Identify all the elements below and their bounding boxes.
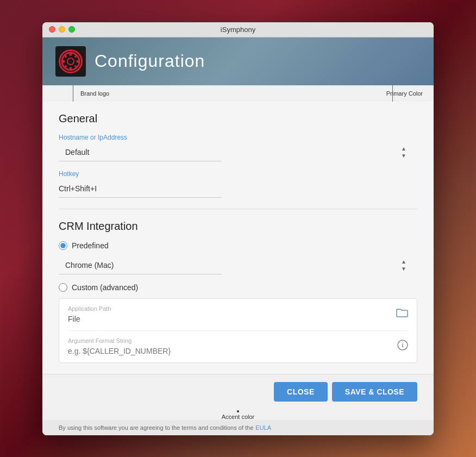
hotkey-input[interactable] — [59, 180, 222, 198]
arg-row: Argument Format String i — [68, 337, 408, 356]
note-text: By using this software you are agreeing … — [59, 424, 253, 431]
primary-color-label: Primary Color — [386, 90, 423, 97]
select-arrows: ▲ ▼ — [401, 146, 406, 159]
config-title: Configuration — [95, 51, 205, 71]
app-header: Configuration — [42, 37, 434, 85]
window-title: iSymphony — [221, 26, 255, 34]
eula-link[interactable]: EULA — [255, 424, 271, 431]
predefined-radio-row: Predefined — [59, 241, 417, 250]
accent-color-label: Accent color — [222, 414, 255, 420]
application-path-label: Application Path — [68, 305, 392, 312]
crm-section: CRM Integration Predefined Chrome (Mac) … — [59, 220, 417, 363]
footer-note: By using this software you are agreeing … — [42, 420, 434, 435]
custom-radio-row: Custom (advanced) — [59, 283, 417, 292]
browser-select[interactable]: Chrome (Mac) — [59, 256, 222, 274]
traffic-lights — [49, 26, 75, 33]
minimize-button[interactable] — [59, 26, 65, 33]
predefined-label: Predefined — [72, 241, 109, 250]
svg-point-2 — [70, 53, 72, 55]
hotkey-label: Hotkey — [59, 170, 417, 178]
predefined-radio[interactable] — [59, 241, 67, 250]
application-path-input[interactable] — [68, 315, 392, 323]
crm-section-title: CRM Integration — [59, 220, 417, 233]
brand-line — [73, 85, 73, 102]
path-field-wrap: Application Path — [68, 305, 392, 324]
svg-point-7 — [74, 65, 77, 67]
arg-field-wrap: Argument Format String — [68, 337, 393, 356]
info-icon[interactable]: i — [397, 340, 408, 353]
argument-input[interactable] — [68, 347, 393, 355]
svg-point-9 — [65, 65, 67, 67]
close-button[interactable] — [49, 26, 55, 33]
path-row: Application Path — [68, 305, 408, 331]
maximize-button[interactable] — [68, 26, 75, 33]
general-section-title: General — [59, 112, 417, 125]
save-close-button[interactable]: SAVE & CLOSE — [332, 382, 417, 402]
svg-point-8 — [74, 55, 77, 58]
footer-wrapper: CLOSE SAVE & CLOSE Accent color — [42, 374, 434, 420]
hostname-select[interactable]: Default — [59, 143, 222, 161]
section-divider — [59, 209, 417, 209]
footer: CLOSE SAVE & CLOSE — [42, 374, 434, 409]
hostname-label: Hostname or IpAddress — [59, 134, 417, 141]
svg-point-6 — [65, 55, 67, 58]
close-button[interactable]: CLOSE — [274, 382, 328, 402]
content-area: General Hostname or IpAddress Default ▲ … — [42, 102, 434, 374]
main-window: iSymphony Configuration — [42, 22, 434, 435]
svg-point-4 — [62, 60, 65, 62]
browser-select-arrows: ▲ ▼ — [401, 259, 406, 272]
svg-text:i: i — [402, 342, 403, 348]
svg-point-3 — [70, 67, 72, 70]
folder-icon[interactable] — [396, 308, 408, 321]
argument-label: Argument Format String — [68, 337, 393, 344]
brand-logo-label: Brand logo — [80, 90, 109, 97]
hostname-select-wrapper: Default ▲ ▼ — [59, 143, 417, 161]
custom-label: Custom (advanced) — [72, 283, 138, 292]
svg-point-5 — [77, 60, 79, 62]
title-bar: iSymphony — [42, 22, 434, 37]
logo-box — [55, 46, 86, 77]
custom-advanced-box: Application Path Argument Format String — [59, 298, 417, 363]
header-annotation: Brand logo Primary Color — [42, 85, 434, 102]
accent-dot — [237, 410, 239, 412]
custom-radio[interactable] — [59, 283, 67, 292]
logo-circle — [59, 49, 83, 73]
browser-select-wrapper: Chrome (Mac) ▲ ▼ — [59, 256, 417, 274]
svg-point-1 — [67, 58, 74, 65]
